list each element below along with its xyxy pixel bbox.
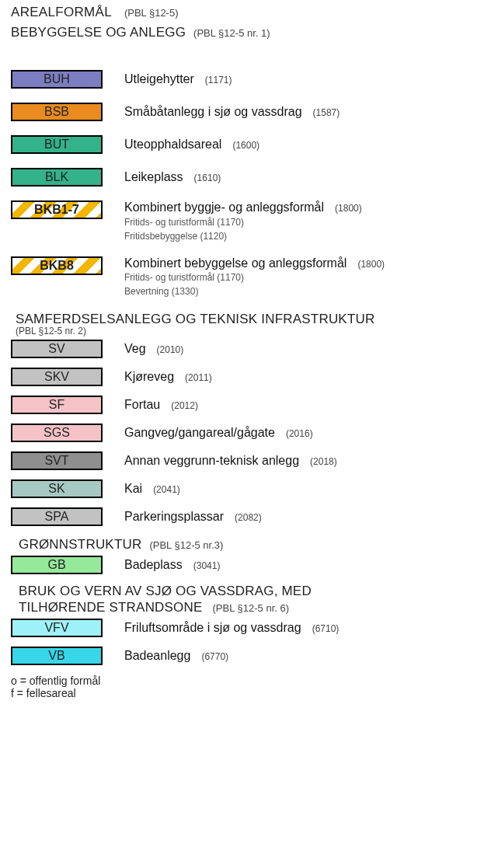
legend-label: Fortau — [124, 398, 160, 412]
legend-text-skv: Kjøreveg (2011) — [124, 368, 212, 386]
legend-text-vfv: Friluftsområde i sjø og vassdrag (6710) — [124, 619, 339, 637]
legend-code: (2010) — [157, 345, 184, 355]
swatch-code: BLK — [45, 170, 68, 184]
legend-label: Kombinert byggje- og anleggsformål — [124, 200, 324, 214]
legend-text-bkb17: Kombinert byggje- og anleggsformål (1800… — [124, 200, 362, 242]
swatch-code: BUH — [44, 72, 70, 86]
swatch-blk: BLK — [11, 168, 103, 186]
legend-label: Friluftsområde i sjø og vassdrag — [124, 621, 301, 635]
legend-row-spa: SPA Parkeringsplassar (2082) — [11, 507, 489, 526]
swatch-code: SPA — [45, 510, 69, 524]
swatch-code: BSB — [44, 105, 69, 119]
legend-sub: Fritids- og turistformål (1170) — [124, 217, 362, 228]
swatch-code: SV — [48, 342, 64, 356]
legend-text-svt: Annan veggrunn-teknisk anlegg (2018) — [124, 451, 337, 470]
legend-row-sgs: SGS Gangveg/gangareal/gågate (2016) — [11, 424, 489, 442]
legend-code: (6710) — [312, 624, 340, 634]
swatch-sv: SV — [11, 340, 103, 358]
legend-text-buh: Utleigehytter (1171) — [124, 70, 232, 89]
legend-code: (2011) — [185, 373, 212, 383]
swatch-sgs: SGS — [11, 424, 103, 442]
legend-label: Utleigehytter — [124, 72, 194, 86]
section-4-ref: (PBL §12-5 nr. 6) — [213, 602, 290, 614]
legend-code: (1171) — [205, 75, 232, 85]
page-heading: AREALFORMÅL (PBL §12-5) — [11, 5, 489, 20]
legend-section-1: BUH Utleigehytter (1171) BSB Småbåtanleg… — [11, 70, 489, 298]
legend-label: Badeplass — [124, 558, 183, 572]
swatch-buh: BUH — [11, 70, 103, 89]
section-4-title-line2: TILHØRENDE STRANDSONE — [19, 600, 203, 615]
legend-label: Parkeringsplassar — [124, 510, 224, 524]
legend-code: (1610) — [194, 173, 221, 183]
swatch-spa: SPA — [11, 507, 103, 526]
legend-row-sf: SF Fortau (2012) — [11, 396, 489, 414]
legend-row-sk: SK Kai (2041) — [11, 479, 489, 498]
section-2-title: SAMFERDSELSANLEGG OG TEKNISK INFRASTRUKT… — [16, 312, 489, 327]
footnote-line-2: f = fellesareal — [11, 687, 76, 699]
section-1-title: BEBYGGELSE OG ANLEGG — [11, 25, 186, 40]
legend-row-gb: GB Badeplass (3041) — [11, 556, 489, 574]
legend-row-blk: BLK Leikeplass (1610) — [11, 168, 489, 186]
swatch-bkb8: BKB8 — [11, 256, 103, 275]
section-3-ref: (PBL §12-5 nr.3) — [149, 539, 223, 551]
legend-text-sgs: Gangveg/gangareal/gågate (2016) — [124, 424, 313, 442]
swatch-code: GB — [47, 558, 65, 572]
legend-label: Småbåtanlegg i sjø og vassdrag — [124, 105, 302, 119]
legend-code: (2012) — [171, 401, 198, 411]
legend-code: (3041) — [193, 561, 221, 571]
section-1-header: BEBYGGELSE OG ANLEGG (PBL §12-5 nr. 1) — [11, 25, 489, 40]
legend-label: Kombinert bebyggelse og anleggsformål — [124, 256, 347, 270]
legend-row-bkb17: BKB1-7 Kombinert byggje- og anleggsformå… — [11, 200, 489, 242]
heading-ref: (PBL §12-5) — [124, 7, 179, 19]
swatch-gb: GB — [11, 556, 103, 574]
swatch-code: SKV — [44, 370, 69, 384]
section-2-header: SAMFERDSELSANLEGG OG TEKNISK INFRASTRUKT… — [11, 312, 489, 336]
swatch-svt: SVT — [11, 451, 103, 470]
legend-label: Annan veggrunn-teknisk anlegg — [124, 454, 299, 468]
swatch-bkb17: BKB1-7 — [11, 200, 103, 219]
swatch-sk: SK — [11, 479, 103, 498]
legend-section-3: GB Badeplass (3041) — [11, 556, 489, 574]
legend-code: (1600) — [232, 141, 259, 151]
legend-row-sv: SV Veg (2010) — [11, 340, 489, 358]
legend-code: (1800) — [357, 260, 385, 270]
legend-text-bkb8: Kombinert bebyggelse og anleggsformål (1… — [124, 256, 385, 298]
swatch-code: BUT — [44, 138, 69, 152]
legend-code: (1800) — [335, 204, 362, 214]
section-4-header: BRUK OG VERN AV SJØ OG VASSDRAG, MED TIL… — [19, 584, 489, 615]
legend-label: Gangveg/gangareal/gågate — [124, 426, 275, 440]
legend-text-vb: Badeanlegg (6770) — [124, 647, 228, 665]
section-2-ref: (PBL §12-5 nr. 2) — [16, 326, 489, 336]
legend-section-4: VFV Friluftsområde i sjø og vassdrag (67… — [11, 619, 489, 665]
legend-label: Veg — [124, 342, 146, 356]
section-4-title-line1: BRUK OG VERN AV SJØ OG VASSDRAG, MED — [19, 584, 312, 598]
legend-row-skv: SKV Kjøreveg (2011) — [11, 368, 489, 386]
legend-text-sk: Kai (2041) — [124, 479, 180, 498]
heading-title: AREALFORMÅL — [11, 5, 112, 20]
legend-row-but: BUT Uteopphaldsareal (1600) — [11, 135, 489, 154]
swatch-code: VB — [48, 649, 64, 663]
legend-label: Kai — [124, 482, 142, 496]
footnote: o = offentlig formål f = fellesareal — [11, 675, 489, 699]
swatch-skv: SKV — [11, 368, 103, 386]
legend-text-bsb: Småbåtanlegg i sjø og vassdrag (1587) — [124, 103, 340, 121]
section-3-header: GRØNNSTRUKTUR (PBL §12-5 nr.3) — [19, 537, 489, 553]
legend-code: (6770) — [201, 652, 228, 662]
swatch-code: VFV — [44, 621, 68, 635]
legend-sub: Fritidsbebyggelse (1120) — [124, 231, 362, 242]
legend-text-gb: Badeplass (3041) — [124, 556, 220, 574]
legend-sub: Fritids- og turistformål (1170) — [124, 272, 385, 284]
legend-label: Uteopphaldsareal — [124, 138, 221, 152]
legend-row-svt: SVT Annan veggrunn-teknisk anlegg (2018) — [11, 451, 489, 470]
legend-label: Badeanlegg — [124, 649, 190, 663]
legend-row-bkb8: BKB8 Kombinert bebyggelse og anleggsform… — [11, 256, 489, 298]
legend-text-sv: Veg (2010) — [124, 340, 183, 358]
legend-row-vfv: VFV Friluftsområde i sjø og vassdrag (67… — [11, 619, 489, 637]
section-1-ref: (PBL §12-5 nr. 1) — [193, 27, 270, 39]
legend-code: (1587) — [313, 108, 340, 118]
swatch-vb: VB — [11, 647, 103, 665]
swatch-code: SVT — [44, 454, 68, 468]
swatch-code: SGS — [44, 426, 70, 440]
swatch-code: BKB1-7 — [34, 203, 79, 217]
legend-page: AREALFORMÅL (PBL §12-5) BEBYGGELSE OG AN… — [0, 0, 498, 707]
